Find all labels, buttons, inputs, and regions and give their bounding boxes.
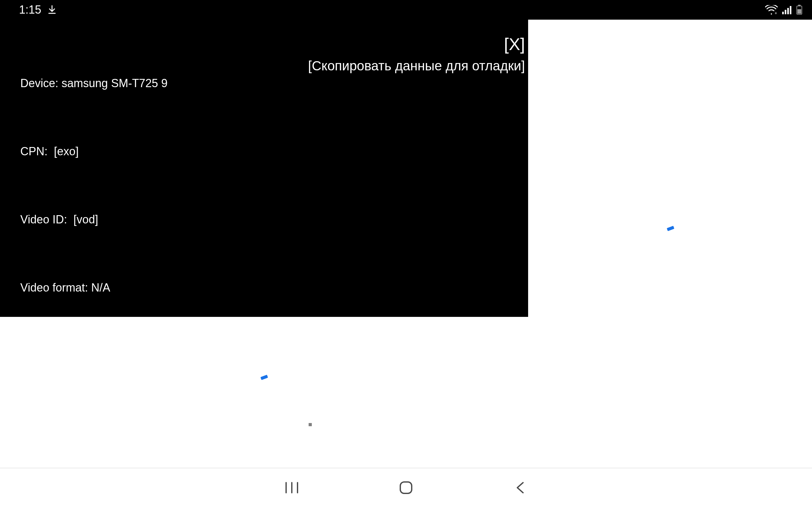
debug-line-audio-format: Audio format: N/A: [1, 335, 312, 376]
volume-marker-icon: [309, 423, 312, 426]
svg-rect-4: [790, 6, 792, 14]
home-button[interactable]: [397, 478, 415, 497]
svg-rect-3: [787, 8, 789, 14]
debug-line-device: Device: samsung SM-T725 9: [1, 63, 312, 104]
status-bar-left: 1:15: [19, 3, 56, 16]
svg-text:+: +: [774, 10, 777, 14]
svg-rect-2: [785, 10, 786, 14]
svg-rect-1: [782, 12, 784, 14]
cellular-signal-icon: [782, 5, 792, 14]
debug-line-video-format: Video format: N/A: [1, 267, 312, 308]
debug-line-cpn: CPN: [exo]: [1, 131, 312, 172]
debug-stats-overlay: Device: samsung SM-T725 9 CPN: [exo] Vid…: [1, 36, 312, 507]
debug-line-videoid: Video ID: [vod]: [1, 199, 312, 240]
copy-debug-data-button[interactable]: [Скопировать данные для отладки]: [308, 58, 525, 73]
video-player-area[interactable]: Device: samsung SM-T725 9 CPN: [exo] Vid…: [0, 20, 528, 317]
loading-spinner-icon: [667, 226, 674, 231]
status-bar-right: +: [765, 5, 803, 15]
back-button[interactable]: [511, 478, 530, 497]
recents-button[interactable]: [282, 478, 301, 497]
wifi-icon: +: [765, 5, 778, 14]
svg-rect-7: [798, 9, 801, 14]
status-time: 1:15: [19, 3, 41, 16]
close-debug-button[interactable]: [X]: [504, 36, 525, 53]
svg-rect-6: [798, 5, 801, 6]
debug-line-volume: Volume/Normalized: 26%/0%(content loudne…: [1, 403, 312, 444]
battery-icon: [796, 5, 803, 15]
svg-rect-11: [400, 482, 412, 493]
status-bar: 1:15 +: [0, 0, 812, 20]
download-icon: [48, 5, 56, 14]
system-navigation-bar: [0, 468, 812, 507]
